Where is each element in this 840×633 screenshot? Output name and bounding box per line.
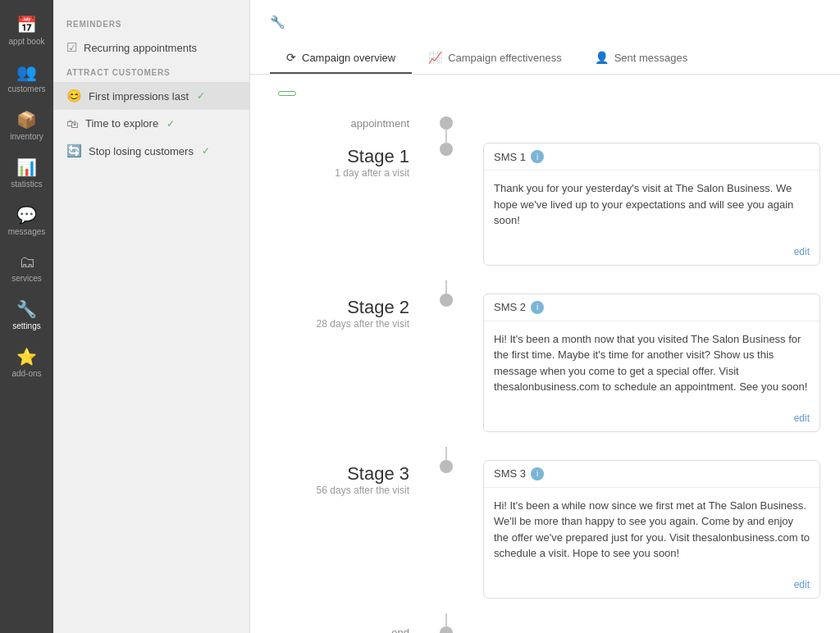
breadcrumb: 🔧 <box>270 15 820 30</box>
gear-icon: 🔧 <box>270 15 285 30</box>
spacer <box>294 130 409 143</box>
sidebar-item-statistics[interactable]: 📊statistics <box>0 149 53 197</box>
sidebar-item-customers[interactable]: 👥customers <box>0 54 53 102</box>
appointment-label: appointment <box>294 116 409 130</box>
tab-campaign-effectiveness[interactable]: 📈Campaign effectiveness <box>412 43 578 74</box>
sms-card-footer-3: edit <box>484 572 819 598</box>
stage-sub-2: 28 days after the visit <box>294 318 409 330</box>
sms-card-3: SMS 3 i Hi! It's been a while now since … <box>483 460 820 599</box>
appt-book-icon: 📅 <box>16 15 37 34</box>
stage-row-3: Stage 3 56 days after the visit SMS 3 i … <box>294 460 820 607</box>
left-panel-section-title: REMINDERS <box>53 13 249 34</box>
customers-icon: 👥 <box>16 62 37 82</box>
stage-row-1: Stage 1 1 day after a visit SMS 1 i Than… <box>294 143 820 274</box>
sidebar-item-appt-book[interactable]: 📅appt book <box>0 7 53 54</box>
connector-col-3 <box>434 460 459 473</box>
edit-link-2[interactable]: edit <box>794 412 810 424</box>
sms-card-body-1: Thank you for your yesterday's visit at … <box>484 171 819 239</box>
recurring-appointments-icon: ☑ <box>66 40 77 55</box>
v-line-segment <box>294 130 459 143</box>
tab-label-sent-messages: Sent messages <box>614 52 688 64</box>
settings-icon: 🔧 <box>16 299 37 319</box>
stage-sub-1: 1 day after a visit <box>294 167 409 179</box>
services-icon: 🗂 <box>19 253 35 271</box>
edit-link-3[interactable]: edit <box>794 579 810 590</box>
sidebar-item-services[interactable]: 🗂services <box>0 244 53 291</box>
edit-link-1[interactable]: edit <box>794 246 810 257</box>
time-to-explore-icon: 🛍 <box>66 116 79 130</box>
v-line-end <box>294 613 459 626</box>
stage-sub-3: 56 days after the visit <box>294 485 409 496</box>
spacer <box>294 447 409 460</box>
circle-dot-end <box>440 626 453 634</box>
connector-col-1 <box>434 143 459 156</box>
sidebar-item-settings[interactable]: 🔧settings <box>0 291 53 339</box>
campaign-effectiveness-icon: 📈 <box>428 51 442 64</box>
connector-line-end-col <box>434 613 459 626</box>
sidebar-item-add-ons[interactable]: ⭐add-ons <box>0 339 53 386</box>
info-icon-2[interactable]: i <box>531 301 544 314</box>
tabs-container: ⟳Campaign overview📈Campaign effectivenes… <box>270 43 820 74</box>
sidebar-item-messages[interactable]: 💬messages <box>0 197 53 244</box>
main-content: 🔧 ⟳Campaign overview📈Campaign effectiven… <box>250 0 840 633</box>
left-panel-item-time-to-explore[interactable]: 🛍Time to explore✓ <box>53 110 249 137</box>
sms-label-2: SMS 2 <box>494 301 526 313</box>
stage-row-2: Stage 2 28 days after the visit SMS 2 i … <box>294 294 820 440</box>
checkmark-icon: ✓ <box>197 90 205 102</box>
left-panel-label: Recurring appointments <box>84 42 197 54</box>
connector-line-col <box>434 280 459 294</box>
connector-line <box>445 130 447 143</box>
tab-label-campaign-overview: Campaign overview <box>302 52 395 64</box>
v-line-segment <box>294 447 459 460</box>
v-line-segment <box>294 280 459 294</box>
stage-name-2: Stage 2 <box>294 297 409 318</box>
sidebar-label-services: services <box>11 274 42 283</box>
sms-label-1: SMS 1 <box>494 151 526 163</box>
circle-dot-1 <box>440 143 453 156</box>
spacer <box>294 280 409 294</box>
connector-line <box>445 280 447 294</box>
end-label: end <box>294 626 409 633</box>
statistics-icon: 📊 <box>16 157 37 177</box>
stage-label-3: Stage 3 56 days after the visit <box>294 460 409 496</box>
sent-messages-icon: 👤 <box>595 51 609 64</box>
checkmark-icon: ✓ <box>202 145 210 157</box>
connector-line-col <box>434 130 459 143</box>
sidebar-item-inventory[interactable]: 📦inventory <box>0 102 53 149</box>
messages-icon: 💬 <box>16 205 37 225</box>
left-panel: REMINDERS☑Recurring appointmentsATTRACT … <box>53 0 250 633</box>
sms-card-1: SMS 1 i Thank you for your yesterday's v… <box>483 143 820 266</box>
sms-card-2: SMS 2 i Hi! It's been a month now that y… <box>483 294 820 432</box>
connector-col-end <box>434 626 459 634</box>
left-panel-item-recurring-appointments[interactable]: ☑Recurring appointments <box>53 34 249 61</box>
sms-card-header-2: SMS 2 i <box>484 294 819 321</box>
sidebar-label-settings: settings <box>12 321 40 330</box>
stage-label-1: Stage 1 1 day after a visit <box>294 143 409 179</box>
info-icon-3[interactable]: i <box>531 467 544 480</box>
tab-sent-messages[interactable]: 👤Sent messages <box>578 43 705 74</box>
content-area: appointment Stage 1 1 day after a visit … <box>250 75 840 633</box>
tab-label-campaign-effectiveness: Campaign effectiveness <box>448 52 562 64</box>
stop-losing-icon: 🔄 <box>66 143 82 158</box>
left-panel-item-first-impressions[interactable]: 😊First impressions last✓ <box>53 82 249 110</box>
connector-line-end <box>445 613 447 626</box>
sms-card-body-3: Hi! It's been a while now since we first… <box>484 488 819 572</box>
circle-dot-2 <box>440 294 453 307</box>
left-panel-item-stop-losing[interactable]: 🔄Stop losing customers✓ <box>53 137 249 165</box>
sidebar: 📅appt book👥customers📦inventory📊statistic… <box>0 0 53 633</box>
left-panel-label: Stop losing customers <box>89 145 194 157</box>
campaign-overview-icon: ⟳ <box>286 51 296 64</box>
tab-campaign-overview[interactable]: ⟳Campaign overview <box>270 43 412 74</box>
sms-card-header-1: SMS 1 i <box>484 143 819 171</box>
sms-card-header-3: SMS 3 i <box>484 461 819 488</box>
sidebar-label-inventory: inventory <box>10 132 43 141</box>
sidebar-label-add-ons: add-ons <box>11 369 41 378</box>
circle-dot <box>440 116 453 130</box>
sms-label-3: SMS 3 <box>494 467 526 480</box>
checkmark-icon: ✓ <box>167 118 175 130</box>
info-icon-1[interactable]: i <box>531 150 544 163</box>
appointment-node: appointment <box>294 116 459 130</box>
sms-card-footer-2: edit <box>484 405 819 431</box>
end-node: end <box>294 626 459 634</box>
left-panel-label: First impressions last <box>89 90 189 102</box>
